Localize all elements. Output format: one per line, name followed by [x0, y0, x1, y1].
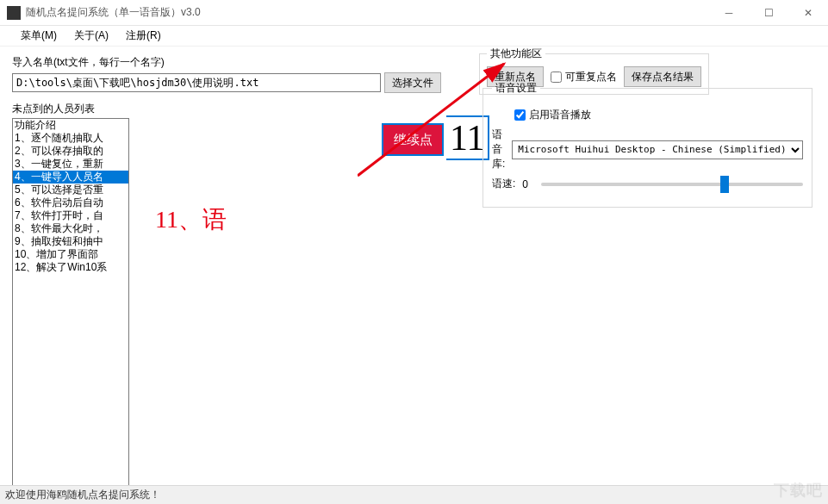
menu-register[interactable]: 注册(R) [117, 27, 170, 45]
list-item[interactable]: 8、软件最大化时， [13, 222, 128, 235]
list-item[interactable]: 5、可以选择是否重 [13, 184, 128, 196]
list-item[interactable]: 3、一键复位，重新 [13, 158, 128, 171]
choose-file-button[interactable]: 选择文件 [384, 72, 441, 93]
list-item[interactable]: 1、逐个随机抽取人 [13, 132, 128, 145]
voice-enable-checkbox[interactable] [514, 109, 526, 121]
voice-enable-label: 启用语音播放 [529, 108, 591, 122]
statusbar: 欢迎使用海鸥随机点名提问系统！ [0, 485, 828, 504]
list-item[interactable]: 10、增加了界面部 [13, 248, 128, 261]
other-functions-legend: 其他功能区 [487, 47, 545, 61]
voice-enable-wrap[interactable]: 启用语音播放 [514, 108, 591, 122]
menubar: 菜单(M) 关于(A) 注册(R) [0, 26, 828, 47]
app-icon [7, 6, 21, 20]
voice-speed-value: 0 [522, 178, 534, 190]
voice-lib-label: 语音库: [492, 128, 505, 171]
close-button[interactable]: ✕ [788, 0, 828, 26]
voice-lib-select[interactable]: Microsoft Huihui Desktop - Chinese (Simp… [512, 140, 803, 159]
list-item[interactable]: 4、一键导入人员名 [13, 171, 128, 184]
window-title: 随机点名提问系统（单一语音版）v3.0 [26, 5, 709, 20]
import-path-input[interactable] [12, 73, 381, 92]
list-item[interactable]: 9、抽取按钮和抽中 [13, 235, 128, 248]
list-item[interactable]: 12、解决了Win10系 [13, 261, 128, 274]
menu-about[interactable]: 关于(A) [65, 27, 117, 45]
titlebar: 随机点名提问系统（单一语音版）v3.0 ─ ☐ ✕ [0, 0, 828, 26]
watermark: 下载吧 [774, 480, 823, 501]
list-item[interactable]: 2、可以保存抽取的 [13, 145, 128, 158]
voice-settings-legend: 语音设置 [492, 81, 540, 96]
voice-speed-thumb[interactable] [720, 176, 729, 193]
list-item[interactable]: 6、软件启动后自动 [13, 196, 128, 209]
voice-speed-label: 语速: [492, 177, 515, 191]
list-item[interactable]: 7、软件打开时，自 [13, 209, 128, 222]
voice-settings-group: 语音设置 启用语音播放 语音库: Microsoft Huihui Deskto… [482, 81, 812, 208]
continue-button[interactable]: 继续点 [382, 123, 444, 156]
voice-speed-slider[interactable] [541, 183, 803, 186]
selected-display: 11、语 [155, 203, 227, 236]
menu-main[interactable]: 菜单(M) [12, 27, 65, 45]
minimize-button[interactable]: ─ [709, 0, 749, 26]
unpicked-list[interactable]: 功能介绍1、逐个随机抽取人2、可以保存抽取的3、一键复位，重新4、一键导入人员名… [12, 118, 129, 488]
status-text: 欢迎使用海鸥随机点名提问系统！ [5, 488, 160, 502]
maximize-button[interactable]: ☐ [749, 0, 788, 26]
list-item[interactable]: 功能介绍 [13, 119, 128, 132]
